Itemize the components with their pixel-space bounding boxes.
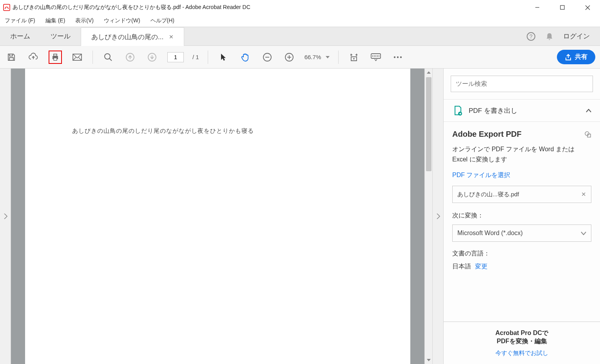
help-icon[interactable]: ? [526,32,536,41]
menu-help[interactable]: ヘルプ(H) [149,16,176,25]
email-icon[interactable] [71,51,84,64]
window-titlebar: あしびきの山鳥の尾のしだり尾のながながし夜をひとりかも寝る.pdf - Adob… [0,0,600,15]
svg-rect-0 [4,4,10,11]
page-background-left [11,69,25,364]
search-icon[interactable] [102,51,115,64]
menu-bar: ファイル (F) 編集 (E) 表示(V) ウィンドウ(W) ヘルプ(H) [0,15,600,27]
share-icon [565,54,572,61]
vertical-scrollbar[interactable] [424,69,432,364]
tab-home[interactable]: ホーム [0,27,40,45]
cloud-upload-icon[interactable] [27,51,40,64]
remove-file-icon[interactable]: ✕ [581,191,586,198]
export-pdf-icon [452,105,463,116]
export-pdf-body: Adobe Export PDF オンラインで PDF ファイルを Word ま… [444,122,600,322]
promo-trial-link[interactable]: 今すぐ無料でお試し [451,350,593,357]
tab-bar: ホーム ツール あしびきの山鳥の尾の... ✕ ? ログイン [0,27,600,46]
tab-tools[interactable]: ツール [40,27,81,45]
maximize-button[interactable] [550,0,575,15]
scrollbar-thumb[interactable] [426,77,431,171]
tab-document-label: あしびきの山鳥の尾の... [91,33,163,42]
doc-language-row: 日本語 変更 [452,263,591,271]
tools-panel: PDF を書き出し Adobe Export PDF オンラインで PDF ファ… [443,69,600,364]
svg-rect-9 [54,58,57,60]
minimize-button[interactable] [525,0,550,15]
more-icon[interactable] [391,51,404,64]
selected-file-name: あしびきの山...寝る.pdf [457,191,519,198]
tools-search-input[interactable] [451,76,593,92]
document-area: あしびきの山鳥の尾のしだり尾のながながし夜をひとりかも寝る [0,69,443,364]
print-icon[interactable] [49,51,62,64]
share-button[interactable]: 共有 [557,50,595,64]
tools-search-wrap [451,76,593,92]
doc-language-label: 文書の言語： [452,250,591,258]
promo-line2: PDFを変換・編集 [451,337,593,346]
promo-line1: Acrobat Pro DCで [451,329,593,337]
select-file-link[interactable]: PDF ファイルを選択 [452,171,591,179]
svg-rect-8 [54,54,57,56]
svg-point-27 [397,56,399,58]
promo-section: Acrobat Pro DCで PDFを変換・編集 今すぐ無料でお試し [444,322,600,364]
chevron-down-icon [581,232,586,235]
acrobat-icon [3,4,10,11]
zoom-level[interactable]: 66.7% [305,54,330,60]
menu-window[interactable]: ウィンドウ(W) [102,16,142,25]
menu-edit[interactable]: 編集 (E) [44,16,67,25]
page-background-right [410,69,424,364]
scroll-down-icon[interactable] [425,356,432,364]
document-text: あしびきの山鳥の尾のしだり尾のながながし夜をひとりかも寝る [72,128,254,134]
svg-point-28 [400,56,402,58]
hand-tool-icon[interactable] [239,51,252,64]
zoom-in-icon[interactable] [283,51,296,64]
convert-target-select[interactable]: Microsoft Word (*.docx) [452,225,591,242]
page-total-label: / 1 [192,54,199,60]
pdf-page: あしびきの山鳥の尾のしだり尾のながながし夜をひとりかも寝る [25,69,410,364]
workspace: あしびきの山鳥の尾のしだり尾のながながし夜をひとりかも寝る PDF を書き出し … [0,69,600,364]
window-title: あしびきの山鳥の尾のしだり尾のながながし夜をひとりかも寝る.pdf - Adob… [13,4,250,11]
page-up-icon[interactable] [123,51,137,64]
svg-text:?: ? [529,33,533,40]
save-icon[interactable] [5,51,18,64]
left-panel-toggle[interactable] [0,69,11,364]
menu-view[interactable]: 表示(V) [74,16,95,25]
new-window-icon[interactable] [584,131,591,138]
svg-line-12 [109,58,112,61]
zoom-out-icon[interactable] [261,51,274,64]
export-title: Adobe Export PDF [452,130,591,139]
doc-language-value: 日本語 [452,263,471,270]
convert-to-label: 次に変換： [452,212,591,220]
right-panel-toggle[interactable] [432,69,443,364]
svg-rect-2 [560,5,564,9]
export-description: オンラインで PDF ファイルを Word または Excel に変換します [452,144,591,164]
tab-document[interactable]: あしびきの山鳥の尾の... ✕ [81,27,184,46]
tab-close-icon[interactable]: ✕ [169,34,174,40]
export-pdf-header[interactable]: PDF を書き出し [444,99,600,122]
page-viewport[interactable]: あしびきの山鳥の尾のしだり尾のながながし夜をひとりかも寝る [25,69,410,364]
page-down-icon[interactable] [145,51,159,64]
page-number-input[interactable] [167,52,184,62]
fit-width-icon[interactable] [347,51,361,64]
svg-point-11 [105,54,110,59]
menu-file[interactable]: ファイル (F) [3,16,37,25]
login-button[interactable]: ログイン [563,32,590,41]
close-button[interactable] [575,0,600,15]
chevron-up-icon [586,109,591,112]
selected-file-row: あしびきの山...寝る.pdf ✕ [452,186,591,203]
change-language-link[interactable]: 変更 [475,263,488,270]
export-pdf-label: PDF を書き出し [469,106,517,115]
svg-point-26 [394,56,395,58]
scroll-up-icon[interactable] [425,69,432,76]
keyboard-icon[interactable] [369,51,382,64]
bell-icon[interactable] [545,32,554,41]
selection-tool-icon[interactable] [217,51,230,64]
chevron-down-icon [326,56,330,58]
toolbar: / 1 66.7% 共有 [0,46,600,69]
svg-point-30 [585,132,589,136]
